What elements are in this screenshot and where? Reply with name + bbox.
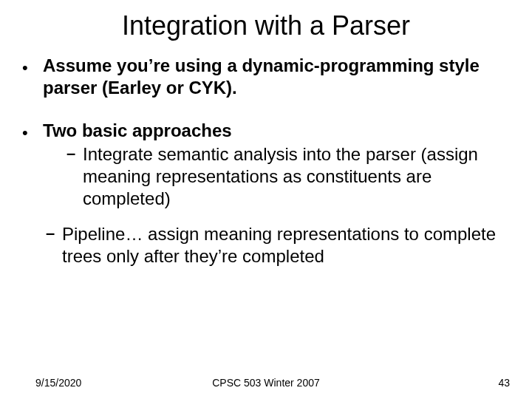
bullet-marker: • xyxy=(22,120,43,281)
footer-date: 9/15/2020 xyxy=(35,377,81,389)
bullet-heading: Two basic approaches xyxy=(43,120,232,140)
slide-footer: 9/15/2020 CPSC 503 Winter 2007 43 xyxy=(0,377,532,389)
bullet-item: • Assume you’re using a dynamic-programm… xyxy=(22,55,510,99)
bullet-text: Assume you’re using a dynamic-programmin… xyxy=(43,55,510,99)
sub-list: – Integrate semantic analysis into the p… xyxy=(43,143,510,267)
slide-content: • Assume you’re using a dynamic-programm… xyxy=(22,55,510,281)
bullet-item: • Two basic approaches – Integrate seman… xyxy=(22,120,510,281)
sub-item: – Integrate semantic analysis into the p… xyxy=(43,143,510,210)
slide-title: Integration with a Parser xyxy=(22,10,510,41)
sub-text: Integrate semantic analysis into the par… xyxy=(83,143,510,210)
sub-lead: Pipeline… xyxy=(62,224,143,244)
sub-lead: Integrate xyxy=(83,144,153,164)
sub-item: – Pipeline… assign meaning representatio… xyxy=(43,223,510,267)
footer-course: CPSC 503 Winter 2007 xyxy=(212,377,320,389)
slide: Integration with a Parser • Assume you’r… xyxy=(0,0,532,399)
sub-marker: – xyxy=(46,223,62,267)
footer-page-number: 43 xyxy=(498,377,510,389)
sub-marker: – xyxy=(66,143,83,210)
bullet-text: Two basic approaches – Integrate semanti… xyxy=(43,120,510,281)
sub-text: Pipeline… assign meaning representations… xyxy=(62,223,510,267)
bullet-marker: • xyxy=(22,55,43,99)
